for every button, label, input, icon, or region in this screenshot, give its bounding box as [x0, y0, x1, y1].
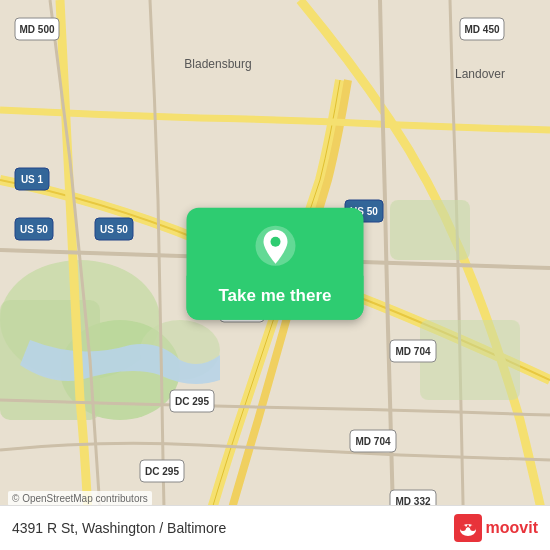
svg-point-38	[460, 525, 466, 531]
svg-text:MD 500: MD 500	[19, 24, 54, 35]
take-me-there-button[interactable]: Take me there	[187, 208, 364, 320]
svg-text:US 1: US 1	[21, 174, 44, 185]
pin-icon-area	[233, 208, 317, 276]
location-pin-icon	[253, 224, 297, 268]
take-me-there-label: Take me there	[187, 276, 364, 320]
bottom-info-bar: 4391 R St, Washington / Baltimore moovit	[0, 505, 550, 550]
map-attribution: © OpenStreetMap contributors	[8, 491, 152, 506]
svg-text:US 50: US 50	[100, 224, 128, 235]
moovit-name-label: moovit	[486, 519, 538, 537]
svg-text:US 50: US 50	[20, 224, 48, 235]
svg-text:DC 295: DC 295	[175, 396, 209, 407]
svg-text:DC 295: DC 295	[145, 466, 179, 477]
attribution-text: © OpenStreetMap contributors	[12, 493, 148, 504]
moovit-logo: moovit	[454, 514, 538, 542]
svg-text:MD 704: MD 704	[355, 436, 390, 447]
svg-rect-5	[390, 200, 470, 260]
svg-text:MD 704: MD 704	[395, 346, 430, 357]
map-container: MD 500 MD 450 US 1 US 50 US 50 US 50 DC …	[0, 0, 550, 550]
svg-text:Landover: Landover	[455, 67, 505, 81]
svg-point-35	[270, 237, 280, 247]
svg-point-39	[470, 525, 476, 531]
moovit-icon	[454, 514, 482, 542]
svg-text:Bladensburg: Bladensburg	[184, 57, 251, 71]
svg-text:MD 450: MD 450	[464, 24, 499, 35]
address-label: 4391 R St, Washington / Baltimore	[12, 520, 226, 536]
